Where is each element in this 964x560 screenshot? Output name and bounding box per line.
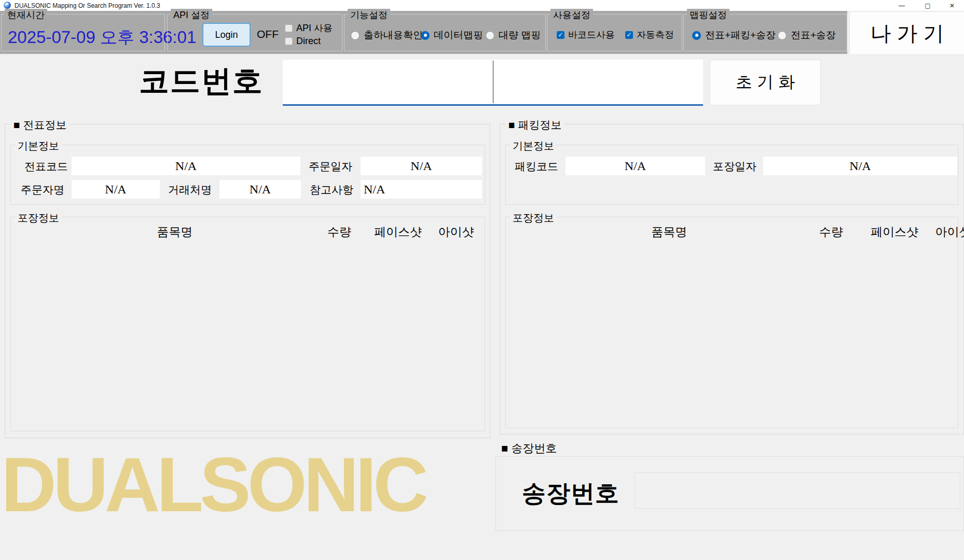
dualsonic-logo: DUALSONIC [1,443,494,526]
packing-col-eye-shot: 아이샷 [935,224,964,240]
barcode-use-checkbox-label: 바코드사용 [568,29,615,41]
slip-col-item-name: 품목명 [157,224,193,240]
close-button[interactable]: ✕ [942,0,962,11]
maximize-button[interactable]: ▢ [917,0,938,11]
auto-measure-checkbox-row[interactable]: ✓ 자동측정 [625,29,674,41]
orderer-name-value[interactable]: N/A [72,180,160,199]
usage-settings-group: 사용설정 ✓ 바코드사용 ✓ 자동측정 [547,14,682,51]
title-bar: DUALSONIC Mapping Or Search Program Ver.… [0,0,964,11]
radio-data-mapping-label: 데이터맵핑 [434,29,483,42]
mapping-settings-group: 맵핑설정 전표+패킹+송장 전표+송장 [683,14,847,51]
packing-basic-info-group: 기본정보 패킹코드 N/A 포장일자 N/A [505,145,958,205]
packing-basic-info-title: 기본정보 [510,139,557,153]
direct-checkbox[interactable] [285,37,293,45]
slip-col-face-shot: 페이스샷 [374,224,422,240]
function-settings-group-label: 기능설정 [348,9,390,21]
api-status-text: OFF [257,28,279,40]
invoice-number-label: 송장번호 [522,478,619,510]
login-button[interactable]: Login [202,23,251,47]
radio-data-mapping-icon[interactable] [421,31,430,40]
api-use-checkbox[interactable] [285,24,293,32]
radio-shipment-check-label: 출하내용확인 [364,29,423,42]
packing-info-panel-title: ■ 패킹정보 [505,118,565,132]
mapping-settings-group-label: 맵핑설정 [687,9,729,21]
packing-packing-info-group: 포장정보 품목명 수량 페이스샷 아이샷 [505,217,958,428]
slip-info-panel: ■ 전표정보 기본정보 전표코드 N/A 주문일자 N/A 주문자명 N/A 거… [5,124,490,438]
app-icon [4,2,11,9]
packing-info-panel: ■ 패킹정보 기본정보 패킹코드 N/A 포장일자 N/A 포장정보 품목명 수… [500,124,964,435]
current-time-group: 현재시간 2025-07-09 오후 3:36:01 [1,14,165,51]
api-use-checkbox-row[interactable]: API 사용 [285,22,333,34]
radio-bulk-mapping[interactable]: 대량 맵핑 [486,29,541,42]
order-date-value[interactable]: N/A [361,157,482,175]
reset-button[interactable]: 초 기 화 [710,60,821,105]
barcode-use-checkbox-row[interactable]: ✓ 바코드사용 [557,29,615,41]
slip-code-label: 전표코드 [24,159,68,174]
orderer-name-label: 주문자명 [21,183,64,197]
slip-info-panel-title: ■ 전표정보 [10,118,70,132]
code-input-secondary[interactable] [493,60,703,104]
radio-data-mapping[interactable]: 데이터맵핑 [421,29,483,42]
auto-measure-checkbox[interactable]: ✓ [625,31,633,39]
radio-slip-invoice-label: 전표+송장 [791,29,836,42]
slip-packing-info-group: 포장정보 품목명 수량 페이스샷 아이샷 [10,217,485,431]
order-date-label: 주문일자 [309,159,352,174]
slip-packing-info-title: 포장정보 [15,211,62,225]
code-number-label: 코드번호 [139,61,264,102]
radio-bulk-mapping-icon[interactable] [486,31,494,40]
code-input-primary[interactable] [283,60,492,104]
window-title: DUALSONIC Mapping Or Search Program Ver.… [15,2,160,9]
packing-date-value[interactable]: N/A [763,157,957,175]
radio-shipment-check-icon[interactable] [351,31,360,40]
api-settings-group-label: API 설정 [171,9,212,21]
slip-basic-info-title: 기본정보 [15,139,62,153]
direct-checkbox-label: Direct [296,36,321,47]
packing-code-value[interactable]: N/A [566,157,705,175]
invoice-section-title: ■ 송장번호 [501,441,557,456]
radio-slip-packing-invoice-label: 전표+패킹+송장 [705,29,776,42]
slip-code-value[interactable]: N/A [72,157,300,175]
function-settings-group: 기능설정 출하내용확인 데이터맵핑 대량 맵핑 [344,14,546,51]
barcode-use-checkbox[interactable]: ✓ [557,31,564,39]
minimize-button[interactable]: — [891,0,912,11]
auto-measure-checkbox-label: 자동측정 [637,29,674,41]
packing-col-item-name: 품목명 [652,224,687,240]
exit-button[interactable]: 나 가 기 [849,11,964,55]
api-use-checkbox-label: API 사용 [296,22,333,34]
packing-col-face-shot: 페이스샷 [871,224,918,240]
radio-slip-packing-invoice[interactable]: 전표+패킹+송장 [692,29,776,42]
slip-basic-info-group: 기본정보 전표코드 N/A 주문일자 N/A 주문자명 N/A 거래처명 N/A… [10,145,485,205]
radio-slip-invoice-icon[interactable] [778,31,787,40]
packing-packing-info-title: 포장정보 [510,211,557,225]
slip-col-eye-shot: 아이샷 [438,224,474,240]
slip-col-quantity: 수량 [327,224,351,240]
packing-col-quantity: 수량 [819,224,843,240]
code-input-container [283,60,703,106]
settings-toolbar: 현재시간 2025-07-09 오후 3:36:01 API 설정 Login … [0,11,847,54]
customer-name-value[interactable]: N/A [219,180,301,199]
packing-code-label: 패킹코드 [515,159,558,174]
radio-slip-packing-invoice-icon[interactable] [692,31,701,40]
customer-name-label: 거래처명 [168,183,212,197]
invoice-number-input[interactable] [635,472,960,509]
current-time-group-label: 현재시간 [5,9,47,21]
radio-shipment-check[interactable]: 출하내용확인 [351,29,423,42]
usage-settings-group-label: 사용설정 [550,9,593,21]
remarks-value[interactable]: N/A [361,180,482,199]
remarks-label: 참고사항 [310,183,353,197]
radio-bulk-mapping-label: 대량 맵핑 [499,29,541,42]
direct-checkbox-row[interactable]: Direct [285,36,321,47]
api-settings-group: API 설정 Login OFF API 사용 Direct [167,14,342,51]
packing-date-label: 포장일자 [713,159,756,174]
invoice-group: 송장번호 [495,456,964,531]
radio-slip-invoice[interactable]: 전표+송장 [778,29,836,42]
